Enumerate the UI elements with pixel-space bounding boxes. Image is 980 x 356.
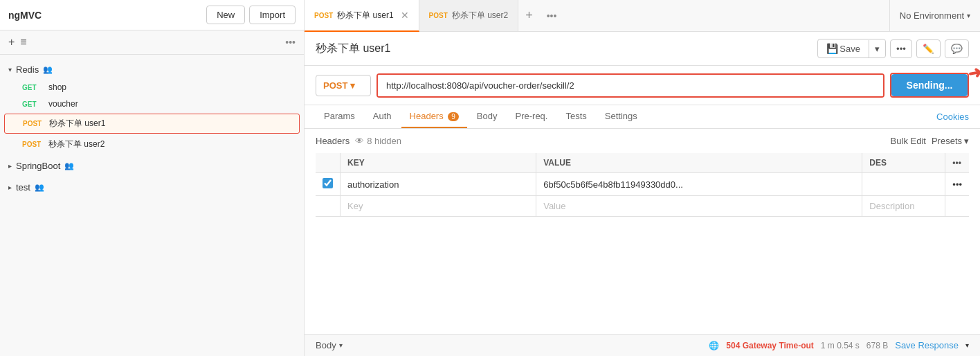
comment-button[interactable]: 💬 [945, 39, 969, 58]
add-collection-button[interactable]: + [8, 36, 15, 48]
cookies-link[interactable]: Cookies [936, 112, 969, 122]
url-input[interactable] [378, 75, 883, 96]
td-key[interactable]: authorization [341, 173, 536, 196]
td-desc[interactable] [862, 173, 945, 196]
save-dropdown-button[interactable]: ▾ [869, 40, 885, 57]
body-tab[interactable]: Body ▾ [316, 340, 343, 350]
environment-selector[interactable]: No Environment ▾ [889, 0, 980, 31]
list-item-seckill-user1[interactable]: POST 秒杀下单 user1 [4, 114, 300, 134]
status-code: 504 Gateway Time-out [726, 341, 814, 350]
th-desc: DES [862, 153, 945, 173]
td-value[interactable]: 6bf50c5b6f5e4b8fb11949330dd0... [536, 173, 862, 196]
headers-table: KEY VALUE DES ••• authorization [316, 153, 969, 217]
list-item-shop[interactable]: GET shop [0, 79, 304, 96]
status-right: 🌐 504 Gateway Time-out 1 m 0.54 s 678 B … [709, 340, 969, 350]
body-chevron-icon: ▾ [339, 341, 343, 349]
tree-section-header-redis[interactable]: ▾ Redis 👥 [0, 60, 304, 79]
test-team-icon: 👥 [35, 183, 44, 192]
edit-button[interactable]: ✏️ [916, 39, 941, 58]
tab-label-user2: 秒杀下单 user2 [452, 10, 508, 21]
th-dots: ••• [945, 153, 969, 173]
send-button-wrapper: Sending... ➜ [890, 73, 969, 98]
hidden-count: 8 hidden [367, 136, 401, 146]
list-item-seckill-user2[interactable]: POST 秒杀下单 user2 [0, 135, 304, 154]
empty-row: Key Value Description [316, 196, 969, 217]
tab-method-post1: POST [314, 12, 333, 19]
save-button[interactable]: 💾 Save [818, 39, 869, 57]
header-table-actions: Bulk Edit Presets ▾ [891, 136, 969, 146]
tree-section-title-test: test [16, 182, 30, 193]
tab-label-user1: 秒杀下单 user1 [337, 10, 393, 21]
td-dots[interactable]: ••• [945, 173, 969, 196]
tab-body[interactable]: Body [469, 105, 506, 128]
tab-params[interactable]: Params [316, 105, 363, 128]
request-tabs: Params Auth Headers 9 Body Pre-req. Test… [305, 105, 980, 129]
sidebar-content: ▾ Redis 👥 GET shop GET voucher POST 秒杀下单… [0, 55, 304, 356]
item-name-shop: shop [48, 82, 66, 92]
tree-section-test: ▸ test 👥 [0, 178, 304, 197]
bulk-edit-button[interactable]: Bulk Edit [891, 136, 926, 146]
key-value: authorization [347, 179, 399, 190]
item-name-seckill-user2: 秒杀下单 user2 [48, 139, 105, 150]
status-bar: Body ▾ 🌐 504 Gateway Time-out 1 m 0.54 s… [305, 334, 980, 356]
table-row: authorization 6bf50c5b6f5e4b8fb11949330d… [316, 173, 969, 196]
tab-tests[interactable]: Tests [557, 105, 595, 128]
tree-section-title-redis: Redis [16, 64, 39, 75]
th-value: VALUE [536, 153, 862, 173]
tab-headers[interactable]: Headers 9 [401, 105, 467, 128]
springboot-team-icon: 👥 [64, 161, 74, 170]
item-name-voucher: voucher [48, 99, 78, 109]
method-chevron-icon: ▾ [350, 80, 355, 91]
tab-settings[interactable]: Settings [597, 105, 646, 128]
empty-desc-cell[interactable]: Description [862, 196, 945, 217]
list-item-voucher[interactable]: GET voucher [0, 96, 304, 112]
eye-icon: 👁 [355, 136, 364, 146]
url-input-wrapper [376, 73, 884, 98]
tab-auth[interactable]: Auth [365, 105, 400, 128]
env-label: No Environment [900, 10, 964, 21]
tab-prereq[interactable]: Pre-req. [507, 105, 556, 128]
hidden-headers-badge: 👁 8 hidden [355, 136, 401, 146]
tab-seckill-user2[interactable]: POST 秒杀下单 user2 [419, 0, 519, 31]
sidebar-header-buttons: New Import [206, 6, 296, 24]
method-select[interactable]: POST ▾ [316, 75, 371, 96]
new-button[interactable]: New [206, 6, 245, 24]
item-name-seckill-user1: 秒杀下单 user1 [49, 118, 105, 130]
send-button[interactable]: Sending... [891, 74, 968, 96]
presets-button[interactable]: Presets ▾ [932, 136, 969, 146]
empty-value-cell[interactable]: Value [536, 196, 862, 217]
row-checkbox[interactable] [323, 178, 333, 188]
save-response-chevron-icon: ▾ [965, 341, 969, 349]
redis-team-icon: 👥 [43, 65, 53, 74]
method-badge-post-seckill1: POST [23, 120, 45, 127]
headers-table-head: KEY VALUE DES ••• [316, 153, 969, 173]
value-value: 6bf50c5b6f5e4b8fb11949330dd0... [543, 179, 683, 190]
tree-section-springboot: ▸ SpringBoot 👥 [0, 157, 304, 175]
method-badge-get: GET [22, 84, 44, 91]
tree-arrow-springboot: ▸ [8, 162, 12, 170]
tab-close-user1[interactable]: ✕ [401, 10, 409, 21]
presets-chevron-icon: ▾ [964, 136, 969, 146]
body-label: Body [316, 340, 336, 350]
filter-button[interactable]: ≡ [20, 36, 26, 48]
headers-label: Headers [316, 136, 350, 146]
sidebar: ngMVC New Import + ≡ ••• ▾ Redis 👥 GET [0, 0, 305, 356]
request-more-button[interactable]: ••• [890, 39, 912, 58]
tree-section-header-test[interactable]: ▸ test 👥 [0, 178, 304, 197]
sidebar-title: ngMVC [8, 10, 42, 21]
save-response-button[interactable]: Save Response [895, 340, 959, 350]
empty-key-cell[interactable]: Key [341, 196, 536, 217]
tab-overflow-button[interactable]: ••• [540, 0, 564, 31]
table-header-row: KEY VALUE DES ••• [316, 153, 969, 173]
tree-section-header-springboot[interactable]: ▸ SpringBoot 👥 [0, 157, 304, 175]
presets-label: Presets [932, 136, 962, 146]
headers-count-badge: 9 [448, 112, 459, 121]
th-checkbox [316, 153, 341, 173]
tab-seckill-user1[interactable]: POST 秒杀下单 user1 ✕ [305, 0, 419, 32]
sidebar-more-button[interactable]: ••• [285, 37, 296, 48]
import-button[interactable]: Import [249, 6, 296, 24]
add-tab-button[interactable]: + [518, 0, 540, 31]
method-badge-post-seckill2: POST [22, 141, 44, 148]
headers-meta: Headers 👁 8 hidden Bulk Edit Presets ▾ [316, 136, 969, 146]
globe-icon: 🌐 [709, 341, 719, 350]
